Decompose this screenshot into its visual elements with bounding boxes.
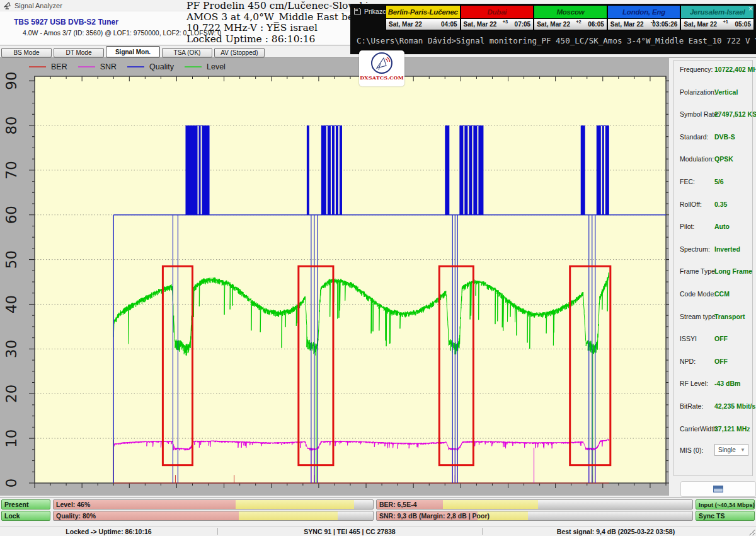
param-row-streamtype: Stream type:Transport <box>674 313 752 322</box>
tab-signal-mon-[interactable]: Signal Mon. <box>106 46 160 57</box>
param-label: Pilot: <box>680 223 694 230</box>
svg-text:10: 10 <box>3 429 20 447</box>
legend-label: Quality <box>149 62 174 71</box>
param-label: Modulation: <box>680 155 714 163</box>
param-row-modulation: Modulation:QPSK <box>674 155 752 164</box>
clock-time: 06:05 <box>588 21 604 28</box>
clock-time: 03:05:26 <box>652 21 677 28</box>
param-row-bitrate: BitRate:42,235 Mbit/s <box>674 402 752 411</box>
mis-select[interactable]: Single ▼ <box>714 444 748 456</box>
legend-label: SNR <box>100 62 117 71</box>
legend-line <box>127 66 144 67</box>
tab-av-stopped-[interactable]: AV (Stopped) <box>214 48 265 57</box>
param-row-npd: NPD:OFF <box>674 358 752 366</box>
terminal-prompt: C:\Users\Roman Dávid>Signal monitoring_P… <box>357 36 756 45</box>
chevron-down-icon: ▼ <box>740 447 745 453</box>
world-clock-panel: Berlin-Paris-LučenecSat, Mar 2204:05Duba… <box>386 5 754 30</box>
param-row-symbolrate: Symbol Rate:27497,512 KS/s <box>674 110 752 119</box>
satellite-dish-icon <box>371 52 392 74</box>
clock-date: Sat, Mar 22 <box>537 21 570 28</box>
param-value: 5/6 <box>714 178 724 185</box>
param-value: 42,235 Mbit/s <box>714 402 755 410</box>
panel-action-button[interactable] <box>680 481 756 497</box>
clock-city: Jerusalem-IsraelSat, Mar 22+105:05 <box>680 6 753 30</box>
svg-text:80: 80 <box>3 116 20 134</box>
level-bar-label: Level: 46% <box>56 500 90 510</box>
param-row-rflevel: RF Level:-43 dBm <box>674 380 752 388</box>
input-badge: Input (~40,34 Mbps) <box>696 499 755 510</box>
param-label: Standard: <box>680 133 709 141</box>
tab-bs-mode[interactable]: BS Mode <box>1 48 52 57</box>
signal-chart: 0102030405060708090 <box>0 58 669 496</box>
window-title: Signal Analyzer <box>14 2 62 9</box>
param-label: Stream type: <box>680 313 718 320</box>
overlay-line-1: PF Prodelin 450 cm/Lučenec-Slovakia <box>186 1 375 12</box>
param-value: 0.35 <box>714 201 727 208</box>
clock-city: MoscowSat, Mar 22+206:05 <box>533 6 607 30</box>
overlay-line-3: 10 722 MHz-V : YES israel <box>186 23 375 34</box>
clock-city-name: Berlin-Paris-Lučenec <box>386 6 460 18</box>
tab-tsa-ok-[interactable]: TSA (OK) <box>162 48 212 57</box>
clock-city-name: Moscow <box>534 6 607 18</box>
mode-tabbar: BS ModeDT ModeSignal Mon.TSA (OK)AV (Sto… <box>0 45 350 57</box>
ber-bar-label: BER: 6,5E-4 <box>379 500 417 510</box>
ber-bar: BER: 6,5E-4 <box>376 499 693 510</box>
clock-city: London, EngSat, Mar 22-103:05:26 <box>607 6 680 30</box>
param-label: Frame Type: <box>680 267 717 275</box>
quality-bar-label: Quality: 80% <box>56 511 96 521</box>
legend-item-snr: SNR <box>78 62 117 71</box>
param-label: Symbol Rate: <box>680 110 719 118</box>
legend-label: Level <box>207 62 226 71</box>
clock-city-name: Jerusalem-Israel <box>681 6 753 18</box>
svg-text:40: 40 <box>3 295 20 313</box>
quality-bar: Quality: 80% <box>53 511 374 521</box>
param-label: NPD: <box>680 358 696 365</box>
tab-dt-mode[interactable]: DT Mode <box>54 48 104 57</box>
param-label: Code Mode: <box>680 290 716 298</box>
param-row-standard: Standard:DVB-S <box>674 133 752 142</box>
param-row-issyi: ISSYIOFF <box>674 335 752 344</box>
clock-time: 05:05 <box>735 21 751 28</box>
parameters-panel: Frequency:10722,402 MHzPolarization:Vert… <box>669 57 756 497</box>
param-row-spectrum: Spectrum:Inverted <box>674 245 752 254</box>
svg-text:50: 50 <box>3 250 20 269</box>
close-icon[interactable]: × <box>748 5 753 13</box>
svg-text:90: 90 <box>3 71 20 90</box>
clock-date: Sat, Mar 22 <box>684 21 717 28</box>
legend-item-quality: Quality <box>127 62 174 71</box>
status-best-signal: Best signal: 9,4 dB (2025-03-22 03:58) <box>482 527 750 536</box>
command-prompt-window[interactable]: Prikazov Berlin-Paris-LučenecSat, Mar 22… <box>350 4 756 54</box>
svg-text:30: 30 <box>3 340 20 358</box>
dxsatcs-logo: DXSATCS.COM <box>359 50 404 86</box>
legend-item-level: Level <box>185 62 226 71</box>
svg-text:70: 70 <box>3 161 20 179</box>
legend-line <box>78 66 95 67</box>
param-label: FEC: <box>680 178 695 185</box>
overlay-line-2: AMOS 3 at 4,0°W_Middle East beam <box>186 12 375 23</box>
clock-time: 07:05 <box>515 21 531 28</box>
clock-utc-offset: +2 <box>576 19 581 25</box>
logo-text: DXSATCS.COM <box>360 74 404 81</box>
param-row-polarization: Polarization:Vertical <box>674 88 752 97</box>
param-label: Frequency: <box>680 66 713 73</box>
param-row-rolloff: RollOff:0.35 <box>674 201 752 209</box>
clock-time: 04:05 <box>441 21 457 28</box>
clock-utc-offset: +3 <box>503 19 508 25</box>
resize-grip[interactable] <box>749 529 755 535</box>
clock-city: DubaiSat, Mar 22+307:05 <box>460 6 534 30</box>
level-bar: Level: 46% <box>53 499 374 510</box>
svg-text:20: 20 <box>3 385 20 403</box>
param-value: CCM <box>714 290 730 298</box>
list-icon <box>713 486 723 492</box>
tuner-name: TBS 5927 USB DVB-S2 Tuner <box>14 18 118 26</box>
param-label: CarrierWidth: <box>680 425 719 433</box>
param-value: Long Frame <box>714 267 752 275</box>
param-row-mis: MIS (0): Single ▼ <box>674 446 752 455</box>
sync-ts-badge: Sync TS <box>696 511 755 521</box>
param-label: Spectrum: <box>680 245 710 253</box>
signal-bars-region: Present Lock Level: 46% Quality: 80% BER… <box>0 497 756 526</box>
lock-badge: Lock <box>1 511 50 521</box>
legend-label: BER <box>51 62 67 71</box>
snr-bar-label: SNR: 9,3 dB (Margin: 2,8 dB | Poor) <box>379 511 490 521</box>
param-value: OFF <box>714 335 728 342</box>
